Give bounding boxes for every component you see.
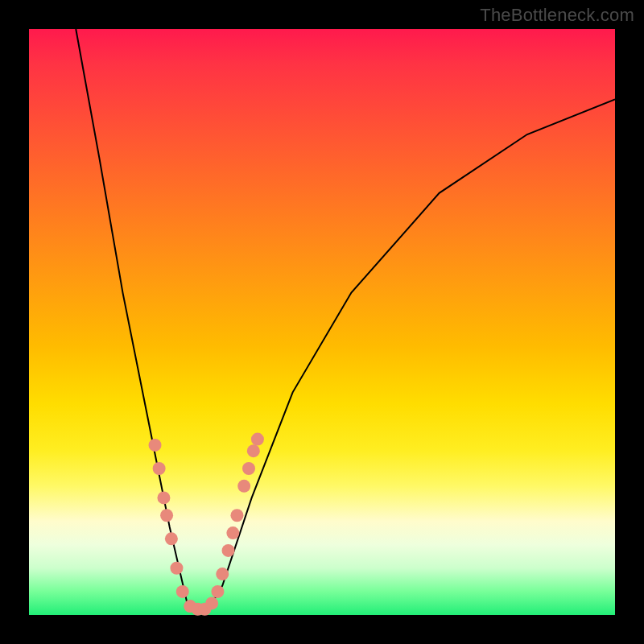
curve-layer bbox=[0, 0, 644, 644]
data-dot bbox=[251, 433, 264, 446]
data-dot bbox=[216, 568, 229, 580]
data-dot bbox=[211, 585, 224, 598]
data-dot bbox=[230, 509, 243, 522]
data-dot bbox=[153, 462, 166, 475]
data-dot bbox=[160, 509, 173, 522]
curve-right-curve bbox=[204, 99, 615, 615]
data-dot bbox=[226, 526, 239, 539]
data-dot bbox=[176, 585, 189, 598]
data-dot bbox=[205, 597, 218, 609]
data-dot bbox=[157, 491, 170, 504]
chart-frame: TheBottleneck.com bbox=[0, 0, 644, 644]
data-dot bbox=[149, 439, 162, 452]
data-dot bbox=[165, 532, 178, 545]
curve-left-curve bbox=[76, 29, 204, 615]
data-dot bbox=[247, 444, 260, 457]
watermark-text: TheBottleneck.com bbox=[480, 5, 634, 26]
data-dot bbox=[237, 480, 250, 493]
data-dot bbox=[170, 562, 183, 575]
data-dot bbox=[242, 462, 255, 475]
data-dot bbox=[222, 544, 235, 557]
